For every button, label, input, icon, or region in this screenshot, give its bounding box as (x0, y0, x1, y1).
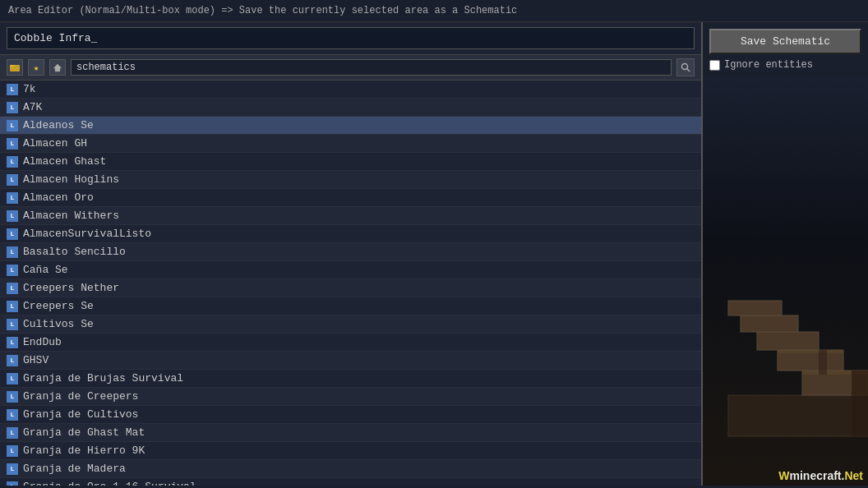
file-type-icon: L (7, 138, 18, 150)
file-type-icon: L (7, 301, 18, 312)
file-name-label: A7K (23, 101, 42, 113)
ignore-entities-row: Ignore entities (709, 59, 861, 71)
file-name-label: Almacen Hoglins (23, 173, 119, 186)
file-type-icon: L (7, 265, 18, 276)
file-name-label: 7k (23, 83, 36, 95)
file-name-label: Granja de Cultivos (23, 408, 138, 421)
folder-path-input[interactable] (71, 59, 672, 76)
main-container: ★ L7kLA7KLAldeanos SeLAlmacen GHLAlmacen… (0, 22, 868, 486)
file-name-label: Basalto Sencillo (23, 246, 126, 258)
preview-area: Wminecraft.Net (703, 77, 868, 486)
list-item[interactable]: LAlmacen Withers (0, 207, 701, 225)
file-name-label: Granja de Hierro 9K (23, 444, 145, 457)
list-item[interactable]: LCaña Se (0, 261, 701, 279)
list-item[interactable]: LAlmacen Ghast (0, 153, 701, 171)
list-item[interactable]: LGranja de Cultivos (0, 406, 701, 424)
watermark-w: W (778, 469, 789, 482)
title-bar: Area Editor (Normal/Multi-box mode) => S… (0, 0, 868, 22)
file-type-icon: L (7, 445, 18, 457)
ignore-entities-checkbox[interactable] (709, 60, 720, 71)
save-btn-area: Save Schematic Ignore entities (703, 22, 868, 77)
file-type-icon: L (7, 481, 18, 486)
list-item[interactable]: L7k (0, 81, 701, 99)
list-item[interactable]: LGHSV (0, 352, 701, 370)
file-name-label: Granja de Brujas Survival (23, 372, 183, 384)
left-panel: ★ L7kLA7KLAldeanos SeLAlmacen GHLAlmacen… (0, 22, 703, 486)
svg-point-3 (682, 64, 688, 70)
file-type-icon: L (7, 409, 18, 421)
schematic-name-bar (0, 22, 701, 55)
svg-rect-11 (741, 315, 798, 332)
list-item[interactable]: LAlmacen Oro (0, 189, 701, 207)
list-item[interactable]: LCreepers Nether (0, 279, 701, 297)
list-item[interactable]: LCultivos Se (0, 315, 701, 334)
file-type-icon: L (7, 228, 18, 240)
file-name-label: Granja de Creepers (23, 390, 138, 403)
file-type-icon: L (7, 156, 18, 168)
file-name-label: Caña Se (23, 264, 68, 276)
file-type-icon: L (7, 283, 18, 294)
title-text: Area Editor (Normal/Multi-box mode) => S… (8, 5, 517, 16)
svg-rect-13 (852, 371, 868, 436)
file-name-label: Almacen Ghast (23, 155, 106, 168)
list-item[interactable]: LGranja de Madera (0, 460, 701, 478)
svg-rect-10 (757, 332, 819, 350)
star-icon[interactable]: ★ (28, 59, 44, 76)
file-name-label: Granja de Oro 1.16 Survival (23, 481, 196, 486)
file-name-label: Cultivos Se (23, 318, 94, 330)
stair-preview-svg (720, 198, 868, 444)
svg-rect-1 (10, 65, 14, 67)
watermark: Wminecraft.Net (778, 469, 863, 482)
svg-rect-14 (819, 350, 827, 375)
file-type-icon: L (7, 246, 18, 258)
file-type-icon: L (7, 463, 18, 475)
list-item[interactable]: LGranja de Oro 1.16 Survival (0, 478, 701, 486)
file-type-icon: L (7, 120, 18, 131)
file-name-label: Almacen GH (23, 137, 87, 150)
list-item[interactable]: LBasalto Sencillo (0, 243, 701, 261)
svg-rect-9 (778, 350, 843, 353)
right-panel: Save Schematic Ignore entities (703, 22, 868, 486)
list-item[interactable]: LAlmacen GH (0, 135, 701, 153)
file-name-label: AlmacenSurvivalListo (23, 228, 151, 240)
file-type-icon: L (7, 319, 18, 330)
list-item[interactable]: LA7K (0, 99, 701, 117)
save-schematic-button[interactable]: Save Schematic (709, 29, 861, 54)
list-item[interactable]: LAldeanos Se (0, 117, 701, 135)
svg-rect-5 (728, 395, 868, 436)
file-name-label: Almacen Oro (23, 191, 94, 204)
svg-rect-12 (728, 301, 782, 315)
list-item[interactable]: LGranja de Ghast Mat (0, 424, 701, 442)
ignore-entities-label: Ignore entities (724, 59, 813, 71)
file-type-icon: L (7, 373, 18, 384)
list-item[interactable]: LGranja de Hierro 9K (0, 442, 701, 460)
file-type-icon: L (7, 84, 18, 95)
list-item[interactable]: LAlmacen Hoglins (0, 171, 701, 189)
file-name-label: GHSV (23, 354, 48, 366)
file-name-label: Creepers Se (23, 300, 94, 312)
watermark-net: Net (844, 469, 863, 482)
file-type-icon: L (7, 210, 18, 222)
file-name-label: Almacen Withers (23, 209, 119, 222)
home-icon[interactable] (49, 59, 66, 76)
schematic-name-input[interactable] (7, 27, 695, 49)
list-item[interactable]: LEndDub (0, 334, 701, 352)
file-type-icon: L (7, 427, 18, 439)
watermark-rest: minecraft. (790, 469, 845, 482)
file-list-container[interactable]: L7kLA7KLAldeanos SeLAlmacen GHLAlmacen G… (0, 81, 701, 486)
file-name-label: Granja de Madera (23, 463, 126, 475)
file-type-icon: L (7, 391, 18, 403)
search-button[interactable] (676, 58, 695, 76)
file-type-icon: L (7, 192, 18, 204)
file-browser-toolbar: ★ (0, 55, 701, 81)
folder-icon[interactable] (7, 59, 23, 76)
list-item[interactable]: LAlmacenSurvivalListo (0, 225, 701, 243)
list-item[interactable]: LGranja de Creepers (0, 388, 701, 406)
list-item[interactable]: LCreepers Se (0, 297, 701, 315)
svg-marker-2 (53, 64, 62, 71)
file-type-icon: L (7, 174, 18, 186)
file-type-icon: L (7, 102, 18, 113)
file-name-label: Granja de Ghast Mat (23, 426, 145, 439)
file-type-icon: L (7, 337, 18, 348)
list-item[interactable]: LGranja de Brujas Survival (0, 370, 701, 388)
